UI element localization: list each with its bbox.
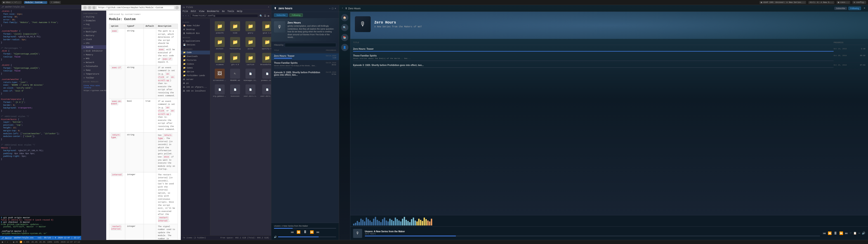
files-search-icon[interactable]: 🔍 <box>259 14 263 18</box>
sidebar-item-faq[interactable]: ▸ FAQ <box>81 23 106 26</box>
file-item[interactable]: 📁 bldm <box>229 20 241 35</box>
list-item[interactable]: Those Familiar Spirits Seven stories abo… <box>353 53 865 63</box>
podcast-sidebar-search[interactable]: 🔍 <box>341 24 348 31</box>
tab-item-active[interactable]: Module: Custom... <box>24 1 48 4</box>
files-grid-view-icon[interactable]: ⊞ <box>268 14 269 18</box>
file-item[interactable]: 📁 spotify-ta <box>259 36 271 51</box>
menu-edit[interactable]: Edit <box>191 10 196 13</box>
sidebar-item-temperature[interactable]: ▸ Temperature <box>81 72 106 76</box>
podcast-sidebar-home[interactable]: 🏠 <box>341 14 348 21</box>
files-nav-home[interactable]: 🏠 Home Folder <box>181 24 210 28</box>
music-volume-bar[interactable] <box>278 237 336 237</box>
sidebar-item-examples[interactable]: ▸ Examples <box>81 19 106 23</box>
files-nav-devices[interactable]: 💾 Devices <box>181 43 210 47</box>
player-heart-button[interactable]: ♡ <box>850 232 851 235</box>
file-item[interactable]: 📄 org.gabmus.giara.json <box>212 84 227 98</box>
tab-item[interactable]: ⚡ inbox <box>50 1 61 4</box>
files-nav-pictures[interactable]: 📁 Pictures <box>181 58 210 62</box>
code-editor-content[interactable]: .states { font-size: 11px; warning: 30; … <box>0 9 81 216</box>
files-nav-pi[interactable]: 🖧 pi <box>181 81 210 85</box>
file-item[interactable]: 📁 glue 1.0 <box>259 20 271 35</box>
tab-right-3[interactable]: ▣ cass... <box>837 1 850 4</box>
player-rewind-button[interactable]: ⏪ <box>828 231 832 235</box>
file-item[interactable]: 📁 geary <box>243 20 258 35</box>
docs-menu-button[interactable]: ⋮ <box>175 6 179 9</box>
sidebar-item-clock[interactable]: ▸ Clock <box>81 37 106 41</box>
files-path-bar[interactable]: /home/nicki/.config <box>190 14 258 18</box>
list-item[interactable]: Episode 3: 1920. Shortly before Prohibit… <box>353 63 865 69</box>
music-search-input[interactable] <box>285 43 336 47</box>
files-nav-server[interactable]: 🖧 server <box>181 78 210 81</box>
file-item[interactable]: 📁 gtk-4.0 <box>229 52 241 66</box>
docs-url-bar[interactable]: https://github.com/Alexays/Waybar/wiki/M… <box>97 6 174 9</box>
file-item[interactable]: 🖼 screenshot.png <box>212 68 227 82</box>
sidebar-item-custom[interactable]: ▸ Custom <box>81 45 106 49</box>
docs-clone-link[interactable]: Clone this wiki locally <box>81 83 106 89</box>
sidebar-item-disk[interactable]: ▸ Disk Inhibitor <box>81 49 106 53</box>
podcast-close-button[interactable]: × <box>864 7 865 10</box>
music-prev-button[interactable]: ⏮ <box>291 230 294 234</box>
sidebar-item-battery[interactable]: ▸ Battery <box>81 34 106 37</box>
terminal-panel[interactable]: $ git push origin master fatal $ (delta-… <box>0 216 81 236</box>
podcast-following-button[interactable]: Following <box>848 6 861 10</box>
podcast-player-progress-bar[interactable] <box>365 236 820 236</box>
files-up-button[interactable]: ↑ <box>188 15 189 17</box>
menu-tools[interactable]: Tools <box>227 10 234 13</box>
tab-right-1[interactable]: ▣ ASAP 190: Uncover: A New Series... <box>760 1 806 4</box>
podcast-subscribe-button[interactable]: Subscribe <box>834 7 847 10</box>
files-nav-videos[interactable]: 📁 Videos <box>181 62 210 66</box>
podcast-sidebar-library[interactable]: 📚 <box>341 34 348 41</box>
file-item[interactable]: 📁 BraveSoftware <box>259 52 271 66</box>
file-item[interactable]: 📁 scummvm <box>212 52 227 66</box>
player-prev-button[interactable]: ⏮ <box>823 232 826 235</box>
sidebar-item-mpd[interactable]: ▸ MPD <box>81 57 106 61</box>
music-next-button[interactable]: ⏭ <box>316 230 320 234</box>
tab-right-4[interactable]: ⚙ config. <box>852 1 866 4</box>
files-nav-games[interactable]: 📁 Games <box>181 66 210 70</box>
file-item[interactable]: 📄 user-dirs.locale <box>243 84 258 98</box>
podcast-back-button[interactable]: ‹ <box>342 7 343 9</box>
files-nav-trash[interactable]: 🗑 Rubbish Bin <box>181 31 210 35</box>
file-item[interactable]: 📄 mimiapps.list <box>243 68 258 82</box>
sidebar-item-styling[interactable]: ▸ Styling <box>81 15 106 19</box>
sidebar-item-sway[interactable]: ▸ Sway <box>81 68 106 72</box>
music-progress-bar[interactable] <box>274 228 336 228</box>
file-item[interactable]: 📁 enchant <box>212 36 227 51</box>
docs-forward-button[interactable]: › <box>88 6 91 9</box>
podcast-sidebar-user[interactable]: 👤 <box>341 44 348 51</box>
tab-right-2[interactable]: Xtrl: X: A New S... <box>808 1 834 4</box>
docs-back-button[interactable]: ‹ <box>83 6 87 9</box>
file-item[interactable]: M↓ README.md <box>229 68 241 82</box>
file-item[interactable]: 📁 catfish <box>243 52 258 66</box>
player-pause-button[interactable]: ⏸ <box>833 231 837 236</box>
sidebar-item-backlight[interactable]: ▸ Backlight <box>81 30 106 34</box>
docs-refresh-button[interactable]: ↻ <box>92 6 96 9</box>
files-nav-code[interactable]: 📁 Code <box>181 51 210 55</box>
music-maximize-button[interactable]: □ <box>332 7 333 10</box>
files-nav-n65sfg[interactable]: 🖧 n65 on sfgtprs... <box>181 85 210 89</box>
menu-view[interactable]: View <box>199 10 204 13</box>
file-item[interactable]: 📄 poomus.conf <box>259 68 271 82</box>
files-nav-gdrive[interactable]: 📁 GDrive <box>181 70 210 74</box>
list-item[interactable]: Those Familiar Spirits Seven stories abo… <box>271 60 339 70</box>
tab-item[interactable]: ▣ xbox — ~/... <box>2 1 22 4</box>
music-fastforward-button[interactable]: ⏩ <box>310 230 314 234</box>
list-item[interactable]: Zero Hours: Teaser Oct 14, 2019 1:19 <box>271 53 339 60</box>
player-ffwd-button[interactable]: ⏩ <box>839 231 843 235</box>
list-item[interactable]: Episode 3: 1920. Shortly before Prohibit… <box>271 70 339 79</box>
music-following-button[interactable]: Following <box>289 13 303 17</box>
menu-file[interactable]: File <box>183 10 188 13</box>
player-playlist-button[interactable]: 📋 <box>853 232 857 235</box>
music-rewind-button[interactable]: ⏪ <box>297 230 301 234</box>
menu-help[interactable]: Help <box>237 10 242 13</box>
file-item[interactable]: 📄 user-dirs.dirs <box>259 84 271 98</box>
file-item[interactable]: 📁 pcmanfm <box>212 20 227 35</box>
player-next-button[interactable]: ⏭ <box>845 232 848 235</box>
files-nav-forbidden[interactable]: 📁 Forbidden Lands <box>181 74 210 78</box>
music-minimize-button[interactable]: − <box>329 7 330 10</box>
menu-go[interactable]: Go <box>222 10 225 13</box>
files-list-view-icon[interactable]: ☰ <box>264 14 266 18</box>
player-more-button[interactable]: ⋯ <box>859 232 860 235</box>
sidebar-item-toolbar[interactable]: ▸ Toolbar <box>81 76 106 80</box>
files-nav-downloads[interactable]: 📁 Downloads <box>181 55 210 58</box>
